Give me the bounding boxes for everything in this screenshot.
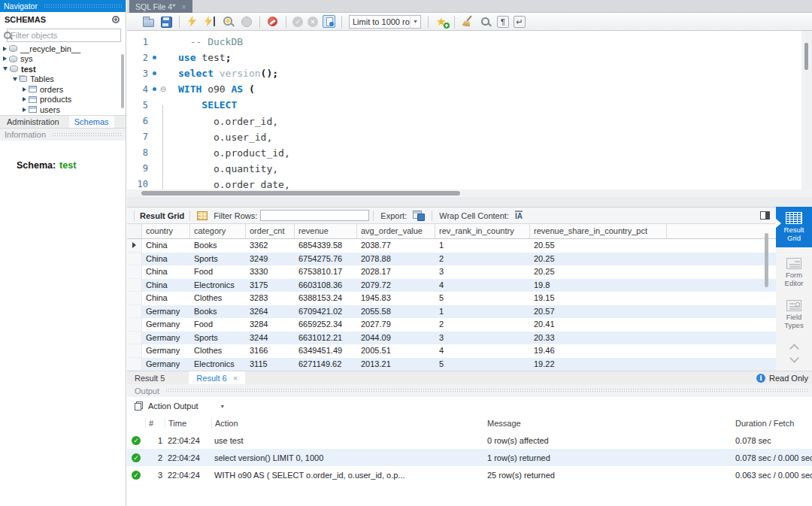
tab-result-5[interactable]: Result 5 — [127, 373, 172, 383]
row-limit-dropdown[interactable]: Limit to 1000 ro▾ — [349, 15, 421, 29]
rollback-icon[interactable]: × — [308, 17, 318, 27]
grid-column-header[interactable]: revenue_share_in_country_pct — [530, 224, 667, 239]
open-script-icon[interactable] — [141, 15, 155, 29]
chevron-up-icon[interactable] — [789, 344, 799, 353]
code-line[interactable]: 5 SELECT — [127, 97, 801, 113]
code-line[interactable]: 10 o.order_date, — [127, 177, 801, 189]
table-row[interactable]: ChinaElectronics31756603108.362079.72419… — [127, 279, 776, 292]
chevron-down-icon[interactable] — [789, 353, 799, 363]
toggle-sidebar-icon[interactable] — [760, 211, 770, 220]
row-selector[interactable] — [127, 279, 142, 292]
tree-item-products[interactable]: products — [0, 95, 126, 105]
beautify-icon[interactable] — [461, 15, 474, 29]
table-row[interactable]: ChinaBooks33626854339.582038.77120.55 — [127, 239, 776, 253]
chevron-down-icon[interactable]: ▾ — [221, 403, 224, 410]
sql-editor[interactable]: 1 -- DuckDB2use test;3select version();4… — [127, 31, 801, 189]
tab-result-6[interactable]: Result 6 × — [189, 371, 245, 384]
tree-item-recyclebin[interactable]: __recycle_bin__ — [0, 44, 126, 54]
panel-divider[interactable] — [127, 197, 812, 207]
grid-column-header[interactable]: avg_order_value — [357, 224, 435, 239]
grid-column-header[interactable]: country — [142, 224, 190, 239]
explain-plan-icon[interactable] — [222, 15, 235, 29]
tab-schemas[interactable]: Schemas — [69, 116, 114, 128]
grid-view-icon[interactable] — [197, 211, 208, 220]
editor-horizontal-scrollbar[interactable] — [127, 189, 812, 197]
tree-item-orders[interactable]: orders — [0, 84, 126, 95]
table-row[interactable]: GermanyElectronics31156271149.622013.215… — [127, 358, 776, 371]
output-row[interactable]: ✓322:04:24WITH o90 AS ( SELECT o.order_i… — [127, 466, 812, 483]
table-row[interactable]: GermanyClothes31666349451.492005.51419.4… — [127, 344, 776, 358]
row-selector[interactable] — [127, 318, 142, 332]
tree-item-test[interactable]: test — [0, 64, 126, 74]
side-tab-form-editor[interactable]: Form Editor — [776, 258, 812, 294]
code-line[interactable]: 3select version(); — [127, 65, 801, 81]
code-line[interactable]: 9 o.quantity, — [127, 161, 801, 177]
grid-column-header[interactable]: revenue — [295, 224, 357, 239]
row-selector[interactable] — [127, 253, 142, 266]
editor-vscroll-thumb[interactable] — [804, 43, 808, 70]
tree-item-users[interactable]: users — [0, 105, 126, 115]
action-output-selector[interactable]: Action Output — [148, 401, 198, 411]
tab-administration[interactable]: Administration — [2, 116, 65, 128]
expanded-arrow-icon[interactable] — [3, 67, 8, 71]
tree-scrollbar[interactable] — [121, 54, 124, 108]
grid-column-header[interactable]: category — [190, 224, 246, 239]
filter-objects-input[interactable] — [7, 29, 121, 42]
tab-sql-file[interactable]: SQL File 4* × — [129, 0, 192, 13]
tree-item-sys[interactable]: sys — [0, 54, 126, 65]
row-selector[interactable] — [127, 358, 142, 371]
grid-column-header[interactable]: order_cnt — [246, 224, 295, 239]
tree-item-tables[interactable]: Tables — [0, 74, 126, 85]
grid-vscroll-thumb[interactable] — [765, 233, 768, 287]
row-selector[interactable] — [127, 344, 142, 358]
row-selector[interactable] — [127, 239, 142, 253]
find-icon[interactable] — [479, 15, 492, 29]
row-selector[interactable] — [127, 265, 142, 279]
collapsed-arrow-icon[interactable] — [23, 97, 26, 102]
grid-column-header[interactable]: rev_rank_in_country — [435, 224, 530, 239]
table-row[interactable]: GermanyBooks32646709421.022055.58120.57 — [127, 305, 776, 319]
table-row[interactable]: GermanySports32446631012.212044.09320.33 — [127, 332, 776, 345]
export-icon[interactable] — [413, 211, 425, 221]
code-line[interactable]: 7 o.user_id, — [127, 129, 801, 145]
commit-icon[interactable]: ✓ — [292, 17, 303, 27]
stop-execution-icon[interactable] — [240, 15, 253, 29]
table-row[interactable]: ChinaFood33306753810.172028.17320.25 — [127, 265, 776, 279]
side-tab-field-types[interactable]: Field Types — [776, 300, 812, 336]
execute-statement-icon[interactable] — [204, 15, 217, 29]
table-row[interactable]: ChinaClothes32836388153.241945.83519.15 — [127, 292, 776, 305]
code-line[interactable]: 1 -- DuckDB — [127, 34, 801, 50]
code-line[interactable]: 8 o.product_id, — [127, 145, 801, 161]
collapsed-arrow-icon[interactable] — [3, 56, 7, 61]
code-line[interactable]: 2use test; — [127, 50, 801, 65]
show-invisibles-icon[interactable]: ¶ — [497, 16, 509, 28]
close-tab-icon[interactable]: × — [181, 2, 186, 11]
table-row[interactable]: ChinaSports32496754275.762078.88220.25 — [127, 253, 776, 266]
save-snippet-icon[interactable]: ★ — [435, 15, 448, 29]
visibility-icon[interactable] — [112, 16, 120, 23]
row-selector[interactable] — [127, 305, 142, 319]
close-result-icon[interactable]: × — [233, 374, 238, 383]
save-script-icon[interactable] — [159, 15, 173, 29]
output-row[interactable]: ✓222:04:24select version() LIMIT 0, 1000… — [127, 449, 812, 466]
collapsed-arrow-icon[interactable] — [23, 108, 26, 112]
editor-hscroll-thumb[interactable] — [141, 191, 460, 195]
output-row[interactable]: ✓122:04:24use test0 row(s) affected0.078… — [127, 432, 812, 449]
row-selector[interactable] — [127, 332, 142, 345]
stop-on-error-icon[interactable] — [266, 15, 280, 29]
toggle-wrap-icon[interactable]: ↵ — [514, 16, 526, 28]
editor-vertical-scrollbar[interactable] — [801, 31, 812, 189]
filter-rows-input[interactable] — [260, 210, 369, 221]
expanded-arrow-icon[interactable] — [13, 77, 17, 81]
execute-script-icon[interactable] — [186, 15, 199, 29]
autocommit-icon[interactable] — [323, 15, 335, 28]
wrap-cell-content-icon[interactable]: IA — [515, 211, 523, 220]
row-selector[interactable] — [127, 292, 142, 305]
table-row[interactable]: GermanyFood32846659252.342027.79220.41 — [127, 318, 776, 332]
code-line[interactable]: 6 o.order_id, — [127, 113, 801, 129]
collapsed-arrow-icon[interactable] — [23, 87, 26, 92]
side-tab-result-grid[interactable]: Result Grid — [776, 207, 812, 247]
collapsed-arrow-icon[interactable] — [3, 47, 7, 51]
code-line[interactable]: 4⊖WITH o90 AS ( — [127, 81, 801, 97]
active-notch — [776, 219, 781, 228]
